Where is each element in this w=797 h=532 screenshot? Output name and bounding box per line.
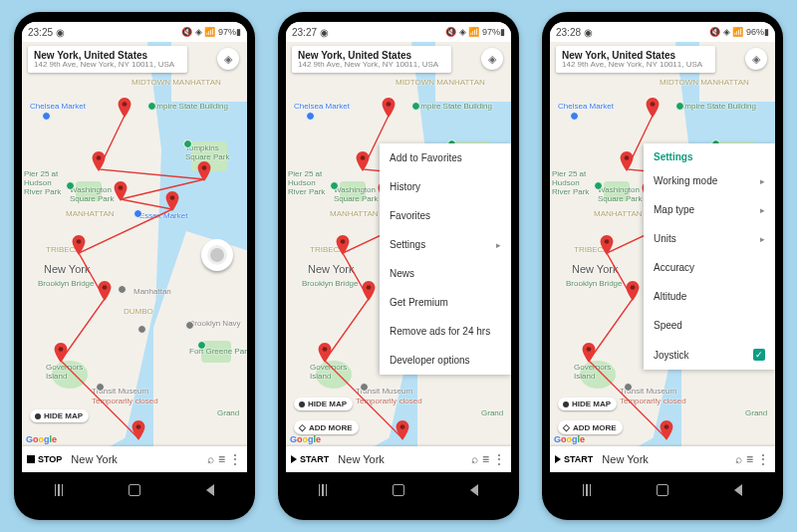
recents-icon[interactable]	[583, 484, 592, 496]
map-pin[interactable]	[626, 281, 640, 295]
android-nav	[286, 472, 511, 508]
svg-point-9	[387, 102, 392, 107]
svg-point-18	[651, 102, 656, 107]
map-pin[interactable]	[118, 98, 132, 112]
layers-icon[interactable]: ≡	[746, 452, 753, 466]
search-icon[interactable]: ⌕	[471, 452, 478, 466]
home-icon[interactable]	[129, 484, 140, 496]
hide-map-chip[interactable]: HIDE MAP	[294, 398, 353, 410]
start-button[interactable]: START	[550, 446, 598, 472]
add-more-chip[interactable]: ◇ADD MORE	[294, 420, 359, 434]
map-label-midtown: MIDTOWN MANHATTAN	[660, 78, 749, 87]
recents-icon[interactable]	[55, 484, 64, 496]
menu-item-joystick[interactable]: Joystick ✓	[644, 340, 775, 370]
menu-item-settings[interactable]: Settings ▸	[380, 230, 511, 259]
map-pin[interactable]	[362, 281, 376, 295]
location-card[interactable]: New York, United States 142 9th Ave, New…	[292, 46, 451, 73]
more-icon[interactable]: ⋮	[493, 452, 505, 466]
map-label-gov: GovernorsIsland	[310, 363, 347, 381]
poi-dot	[96, 383, 105, 392]
bottom-title: New York	[67, 453, 207, 465]
poi-dot	[137, 325, 146, 334]
svg-point-15	[367, 285, 372, 290]
menu-item-history[interactable]: History	[380, 172, 511, 201]
add-more-chip[interactable]: ◇ADD MORE	[558, 420, 623, 434]
google-logo: Google	[554, 434, 585, 444]
compass-button[interactable]: ◈	[217, 48, 239, 70]
menu-item-favorites[interactable]: Favorites	[380, 201, 511, 230]
menu-item-altitude[interactable]: Altitude	[644, 282, 775, 311]
start-button[interactable]: START	[286, 446, 334, 472]
map-label-chelsea: Chelsea Market	[558, 102, 614, 111]
map-pin[interactable]	[600, 235, 614, 249]
map-pin[interactable]	[336, 235, 350, 249]
recents-icon[interactable]	[319, 484, 328, 496]
map-pin[interactable]	[114, 181, 128, 195]
menu-item-get-premium[interactable]: Get Premium	[380, 288, 511, 317]
map-label-empire: Empire State Building	[679, 102, 756, 111]
map-pin[interactable]	[356, 151, 370, 165]
more-icon[interactable]: ⋮	[229, 452, 241, 466]
map-pin[interactable]	[582, 343, 596, 357]
map-pin[interactable]	[197, 161, 211, 175]
map-pin[interactable]	[396, 420, 409, 434]
menu-item-add-to-favorites[interactable]: Add to Favorites	[380, 143, 511, 172]
search-icon[interactable]: ⌕	[735, 452, 742, 466]
menu-item-accuracy[interactable]: Accuracy	[644, 253, 775, 282]
menu-item-remove-ads-for-24-hrs[interactable]: Remove ads for 24 hrs	[380, 317, 511, 346]
back-icon[interactable]	[470, 484, 478, 496]
search-icon[interactable]: ⌕	[207, 452, 214, 466]
map-label-wash: WashingtonSquare Park	[70, 185, 114, 203]
checkbox-checked-icon[interactable]: ✓	[753, 349, 765, 361]
back-icon[interactable]	[206, 484, 214, 496]
phone-3: 23:28 ◉ 🔇 ◈ 📶 96%▮ Chelsea MarketEmpire …	[542, 12, 783, 520]
svg-point-17	[400, 424, 405, 429]
status-icons: 🔇 ◈ 📶 97%▮	[445, 27, 505, 37]
stop-button[interactable]: STOP	[22, 446, 67, 472]
my-location-button[interactable]	[201, 239, 233, 271]
map-pin[interactable]	[660, 420, 673, 434]
layers-icon[interactable]: ≡	[218, 452, 225, 466]
map-pin[interactable]	[98, 281, 112, 295]
menu-item-developer-options[interactable]: Developer options	[380, 346, 511, 375]
home-icon[interactable]	[657, 484, 668, 496]
poi-dot	[306, 112, 315, 121]
svg-point-7	[59, 347, 64, 352]
more-icon[interactable]: ⋮	[757, 452, 769, 466]
poi-dot	[66, 181, 75, 190]
map-label-grand: Grand	[217, 408, 239, 417]
map-pin[interactable]	[165, 191, 179, 205]
map-label-tompkins: TompkinsSquare Park	[185, 143, 229, 161]
map-pin[interactable]	[72, 235, 86, 249]
location-card[interactable]: New York, United States 142 9th Ave, New…	[28, 46, 187, 73]
map-pin[interactable]	[54, 343, 68, 357]
hide-map-chip[interactable]: HIDE MAP	[558, 398, 617, 410]
menu-header: Settings	[644, 143, 775, 166]
map-label-pier25: Pier 25 atHudsonRiver Park	[288, 169, 325, 196]
map-label-bkbridge: Brooklyn Bridge	[302, 279, 358, 288]
map-label-nyc: New York	[44, 263, 90, 275]
map-pin[interactable]	[646, 98, 660, 112]
screen: 23:25 ◉ 🔇 ◈ 📶 97%▮ Chelsea MarketEmpire …	[22, 22, 247, 472]
map-label-manhattan: MANHATTAN	[66, 209, 115, 218]
home-icon[interactable]	[393, 484, 404, 496]
menu-item-speed[interactable]: Speed	[644, 311, 775, 340]
compass-button[interactable]: ◈	[481, 48, 503, 70]
location-card[interactable]: New York, United States 142 9th Ave, New…	[556, 46, 715, 73]
menu-item-working-mode[interactable]: Working mode ▸	[644, 166, 775, 195]
map-pin[interactable]	[318, 343, 332, 357]
poi-dot	[118, 285, 127, 294]
menu-item-label: Favorites	[390, 210, 430, 221]
android-nav	[550, 472, 775, 508]
menu-item-news[interactable]: News	[380, 259, 511, 288]
compass-button[interactable]: ◈	[745, 48, 767, 70]
back-icon[interactable]	[734, 484, 742, 496]
layers-icon[interactable]: ≡	[482, 452, 489, 466]
hide-map-chip[interactable]: HIDE MAP	[30, 409, 89, 422]
menu-item-units[interactable]: Units ▸	[644, 224, 775, 253]
menu-item-map-type[interactable]: Map type ▸	[644, 195, 775, 224]
map-pin[interactable]	[92, 151, 106, 165]
map-pin[interactable]	[382, 98, 396, 112]
map-pin[interactable]	[132, 420, 145, 434]
map-pin[interactable]	[620, 151, 634, 165]
